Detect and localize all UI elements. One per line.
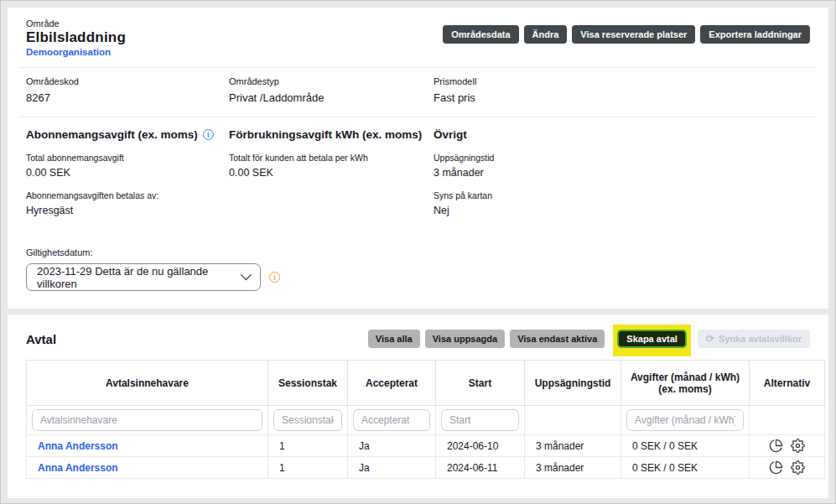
consumption-fee-column: Förbrukningsavgift kWh (ex. moms) Totalt…	[229, 128, 434, 216]
col-header-start: Start	[436, 361, 525, 406]
page-title: Elbilsladdning	[26, 29, 126, 46]
visible-on-map-value: Nej	[434, 205, 810, 216]
show-terminated-button[interactable]: Visa uppsagda	[425, 330, 505, 348]
areadata-button[interactable]: Områdesdata	[443, 25, 518, 44]
other-heading: Övrigt	[434, 128, 810, 141]
agreements-table: Avtalsinnehavare Sessionstak Accepterat …	[26, 360, 825, 479]
sessions-cell: 1	[268, 435, 348, 457]
sessions-cell: 1	[268, 457, 348, 479]
per-kwh-label: Totalt för kunden att betala per kWh	[229, 153, 434, 163]
options-cell	[750, 457, 825, 479]
table-header-row: Avtalsinnehavare Sessionstak Accepterat …	[27, 361, 825, 406]
gear-icon[interactable]	[791, 439, 805, 453]
fees-cell: 0 SEK / 0 SEK	[621, 435, 750, 457]
field-label: Prismodell	[434, 76, 810, 86]
area-fields: Områdeskod 8267 Områdestyp Privat /Laddo…	[8, 68, 828, 117]
per-kwh-value: 0.00 SEK	[229, 167, 434, 179]
start-cell: 2024-06-11	[436, 457, 525, 479]
agreements-header: Avtal Visa alla Visa uppsagda Visa endas…	[8, 314, 828, 348]
notice-period-label: Uppsägningstid	[434, 153, 810, 163]
show-only-active-button[interactable]: Visa endast aktiva	[510, 330, 605, 348]
yellow-highlight-annotation: Skapa avtal	[613, 325, 691, 356]
agreements-title: Avtal	[26, 332, 56, 346]
filter-holder-input[interactable]	[32, 409, 262, 431]
heading-text: Abonnemangsavgift (ex. moms)	[26, 128, 198, 141]
filter-fees-input[interactable]	[626, 409, 744, 431]
sync-icon: ⟳	[706, 334, 714, 344]
gear-icon[interactable]	[791, 460, 805, 475]
sync-agreement-terms-button: ⟳ Synka avtalsvillkor	[698, 330, 810, 348]
table-row: Anna Andersson 1 Ja 2024-06-10 3 månader…	[27, 435, 825, 457]
pie-chart-icon[interactable]	[769, 439, 783, 453]
accepted-cell: Ja	[348, 457, 436, 479]
field-area-code: Områdeskod 8267	[26, 76, 229, 104]
field-area-type: Områdestyp Privat /Laddområde	[229, 76, 434, 104]
validity-section: Giltighetsdatum: 2023-11-29 Detta är de …	[8, 216, 828, 291]
agreements-actions: Visa alla Visa uppsagda Visa endast akti…	[368, 330, 810, 348]
paid-by-value: Hyresgäst	[26, 205, 229, 216]
subscription-fee-column: Abonnemangsavgift (ex. moms) i Total abo…	[26, 128, 229, 216]
top-header: Område Elbilsladdning Demoorganisation O…	[8, 8, 828, 57]
total-subscription-value: 0.00 SEK	[26, 167, 229, 179]
agreement-holder-link[interactable]: Anna Andersson	[27, 457, 268, 479]
export-chargings-button[interactable]: Exportera laddningar	[700, 25, 810, 44]
pie-chart-icon[interactable]	[769, 460, 783, 475]
field-label: Områdeskod	[26, 76, 229, 86]
validity-date-label: Giltighetsdatum:	[26, 247, 810, 257]
top-actions: Områdesdata Ändra Visa reserverade plats…	[443, 18, 810, 44]
other-column: Övrigt Uppsägningstid 3 månader Syns på …	[434, 128, 810, 216]
table-filter-row	[27, 406, 825, 435]
col-header-accepted: Accepterat	[348, 361, 436, 406]
pricing-section: Abonnemangsavgift (ex. moms) i Total abo…	[8, 117, 828, 216]
col-header-sessions: Sessionstak	[268, 361, 348, 406]
total-subscription-label: Total abonnemangsavgift	[26, 153, 229, 163]
warning-info-icon[interactable]: i	[269, 272, 280, 283]
field-value: 8267	[26, 91, 229, 104]
accepted-cell: Ja	[348, 435, 436, 457]
field-value: Privat /Laddområde	[229, 91, 434, 104]
start-cell: 2024-06-10	[436, 435, 525, 457]
field-value: Fast pris	[434, 91, 810, 104]
col-header-notice: Uppsägningstid	[525, 361, 621, 406]
fees-cell: 0 SEK / 0 SEK	[621, 457, 750, 479]
area-detail-page: Område Elbilsladdning Demoorganisation O…	[0, 0, 836, 504]
agreement-holder-link[interactable]: Anna Andersson	[27, 435, 268, 457]
show-all-button[interactable]: Visa alla	[368, 330, 420, 348]
col-header-fees: Avgifter (månad / kWh) (ex. moms)	[621, 361, 750, 406]
page-kicker: Område	[26, 18, 126, 29]
organization-link[interactable]: Demoorganisation	[26, 47, 126, 57]
title-block: Område Elbilsladdning Demoorganisation	[26, 18, 126, 57]
col-header-holder: Avtalsinnehavare	[27, 361, 268, 406]
selected-option-text: 2023-11-29 Detta är de nu gällande villk…	[37, 265, 242, 290]
agreements-card: Avtal Visa alla Visa uppsagda Visa endas…	[8, 314, 828, 498]
consumption-fee-heading: Förbrukningsavgift kWh (ex. moms)	[229, 128, 434, 141]
col-header-options: Alternativ	[750, 361, 825, 406]
filter-accepted-input[interactable]	[353, 409, 430, 431]
paid-by-label: Abonnemangsavgiften betalas av:	[26, 190, 229, 200]
sync-button-label: Synka avtalsvillkor	[719, 334, 802, 344]
validity-select-row: 2023-11-29 Detta är de nu gällande villk…	[26, 263, 810, 291]
notice-period-value: 3 månader	[434, 167, 810, 179]
options-cell	[750, 435, 825, 457]
create-agreement-button[interactable]: Skapa avtal	[617, 330, 687, 348]
visible-on-map-label: Syns på kartan	[434, 190, 810, 200]
show-reserved-spots-button[interactable]: Visa reserverade platser	[572, 25, 695, 44]
info-icon[interactable]: i	[203, 129, 214, 140]
filter-start-input[interactable]	[441, 409, 519, 431]
field-label: Områdestyp	[229, 76, 434, 86]
subscription-fee-heading: Abonnemangsavgift (ex. moms) i	[26, 128, 229, 141]
filter-sessions-input[interactable]	[273, 409, 342, 431]
edit-button[interactable]: Ändra	[524, 25, 568, 44]
area-summary-card: Område Elbilsladdning Demoorganisation O…	[8, 8, 828, 309]
table-row: Anna Andersson 1 Ja 2024-06-11 3 månader…	[27, 457, 825, 479]
notice-cell: 3 månader	[525, 435, 621, 457]
notice-cell: 3 månader	[525, 457, 621, 479]
validity-date-select[interactable]: 2023-11-29 Detta är de nu gällande villk…	[26, 263, 261, 291]
field-price-model: Prismodell Fast pris	[434, 76, 810, 104]
